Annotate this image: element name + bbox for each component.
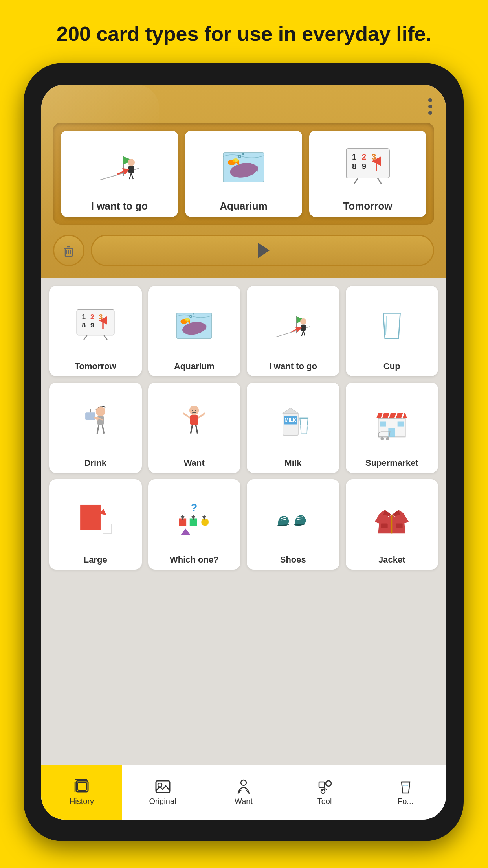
- svg-rect-4: [128, 166, 134, 173]
- grid-card-label-supermarket: Supermarket: [365, 458, 418, 468]
- svg-marker-97: [181, 528, 191, 535]
- card-grid: 1 2 3 8 9 To: [49, 286, 438, 570]
- svg-point-67: [189, 405, 199, 415]
- trash-button[interactable]: [53, 235, 84, 266]
- svg-rect-85: [380, 421, 386, 426]
- svg-line-18: [378, 178, 382, 184]
- svg-point-59: [96, 406, 105, 416]
- grid-card-which-one[interactable]: ?: [148, 479, 241, 570]
- grid-card-want[interactable]: Want: [148, 383, 241, 473]
- milk-grid-image: MILK: [251, 388, 336, 455]
- grid-card-jacket[interactable]: Jacket: [346, 479, 438, 570]
- selected-card-tomorrow[interactable]: 1 2 3 8 9: [309, 131, 426, 217]
- svg-text:2: 2: [362, 153, 366, 161]
- nav-label-fo: Fo...: [398, 797, 413, 806]
- selected-card-aquarium[interactable]: Aquarium: [185, 131, 302, 217]
- dot-3: [428, 111, 432, 115]
- svg-text:9: 9: [90, 321, 94, 329]
- grid-card-tomorrow[interactable]: 1 2 3 8 9 To: [49, 286, 142, 376]
- svg-text:MILK: MILK: [284, 417, 296, 423]
- grid-card-large[interactable]: Large: [49, 479, 142, 570]
- grid-card-label-cup: Cup: [383, 361, 400, 371]
- dot-2: [428, 105, 432, 108]
- svg-line-58: [386, 316, 387, 335]
- which-one-grid-image: ?: [152, 485, 237, 552]
- svg-text:3: 3: [99, 313, 103, 320]
- play-button[interactable]: [91, 235, 434, 266]
- svg-line-71: [183, 413, 190, 417]
- svg-point-13: [233, 158, 239, 162]
- svg-line-73: [191, 425, 193, 433]
- svg-point-87: [381, 437, 384, 440]
- nav-item-fo[interactable]: Fo...: [365, 765, 446, 820]
- card-grid-area: 1 2 3 8 9 To: [41, 278, 446, 765]
- svg-text:8: 8: [352, 162, 356, 171]
- controls-bar: [53, 233, 434, 270]
- tomorrow-image: 1 2 3 8 9: [314, 135, 422, 197]
- svg-marker-76: [283, 408, 298, 413]
- grid-card-milk[interactable]: MILK Milk: [247, 383, 339, 473]
- drink-grid-image: [53, 388, 138, 455]
- cup-grid-image: [350, 291, 435, 358]
- phone-shell: I want to go: [24, 63, 464, 841]
- tomorrow-grid-image: 1 2 3 8 9: [53, 291, 138, 358]
- selected-cards-tray: I want to go: [53, 123, 434, 225]
- grid-card-want-to-go[interactable]: I want to go: [247, 286, 339, 376]
- nav-item-tool[interactable]: Tool: [284, 765, 365, 820]
- jacket-grid-image: [350, 485, 435, 552]
- svg-line-66: [102, 425, 104, 433]
- svg-text:?: ?: [191, 502, 198, 514]
- svg-point-96: [201, 518, 209, 526]
- svg-point-115: [241, 780, 246, 785]
- image-icon: [154, 779, 172, 794]
- nav-item-want[interactable]: Want: [203, 765, 284, 820]
- supermarket-grid-image: [350, 388, 435, 455]
- grid-card-label-tomorrow: Tomorrow: [75, 361, 116, 371]
- svg-line-34: [104, 335, 107, 340]
- svg-rect-53: [301, 324, 306, 331]
- grid-card-cup[interactable]: Cup: [346, 286, 438, 376]
- svg-line-55: [303, 331, 305, 336]
- svg-point-88: [386, 437, 390, 440]
- svg-point-68: [192, 410, 193, 411]
- want-to-go-grid-image: [251, 291, 336, 358]
- svg-text:9: 9: [362, 162, 366, 171]
- svg-point-46: [185, 318, 190, 322]
- svg-line-17: [354, 178, 358, 184]
- grid-card-shoes[interactable]: Shoes: [247, 479, 339, 570]
- selected-card-label-3: Tomorrow: [343, 200, 392, 212]
- grid-card-aquarium[interactable]: Aquarium: [148, 286, 241, 376]
- grid-card-supermarket[interactable]: Supermarket: [346, 383, 438, 473]
- svg-rect-118: [319, 782, 325, 787]
- svg-point-69: [195, 410, 196, 411]
- svg-text:8: 8: [82, 321, 86, 329]
- svg-rect-95: [190, 518, 197, 526]
- svg-line-72: [198, 413, 205, 417]
- shoes-grid-image: [251, 485, 336, 552]
- panel-header: [53, 96, 434, 117]
- svg-rect-89: [80, 504, 101, 530]
- svg-point-52: [300, 318, 306, 325]
- grid-card-drink[interactable]: Drink: [49, 383, 142, 473]
- svg-line-33: [84, 335, 87, 340]
- want-grid-image: [152, 388, 237, 455]
- svg-text:1: 1: [352, 153, 356, 161]
- svg-rect-110: [78, 782, 86, 790]
- history-icon: [73, 779, 91, 794]
- selected-card-want-to-go[interactable]: I want to go: [61, 131, 178, 217]
- grid-card-label-shoes: Shoes: [280, 555, 306, 565]
- more-menu-button[interactable]: [426, 96, 434, 117]
- cup2-icon: [397, 779, 415, 794]
- svg-rect-90: [103, 524, 112, 533]
- nav-item-original[interactable]: Original: [122, 765, 203, 820]
- nav-item-history[interactable]: History: [41, 765, 122, 820]
- dot-1: [428, 98, 432, 102]
- svg-line-5: [129, 173, 131, 179]
- person-icon: [235, 779, 253, 794]
- nav-label-want: Want: [235, 797, 253, 806]
- selected-card-label-1: I want to go: [91, 200, 148, 212]
- svg-point-119: [326, 781, 331, 786]
- large-grid-image: [53, 485, 138, 552]
- grid-card-label-milk: Milk: [284, 458, 301, 468]
- svg-rect-61: [85, 412, 95, 420]
